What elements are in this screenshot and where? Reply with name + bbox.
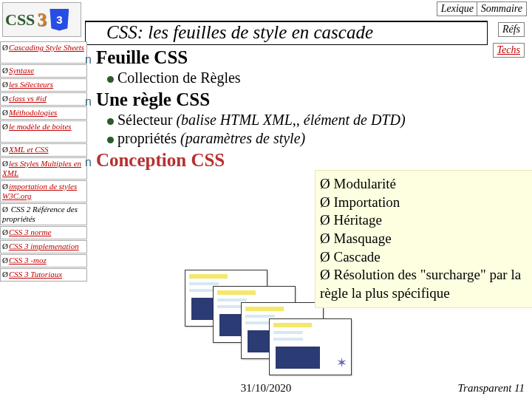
sidebar-item-3[interactable]: class vs #id: [0, 92, 87, 106]
sidebar-item-6[interactable]: XML et CSS: [0, 143, 87, 157]
sidebar-item-11[interactable]: CSS 3 implemenation: [0, 240, 87, 253]
sidebar-item-5[interactable]: le modèle de boites: [0, 120, 87, 143]
sidebar: Cascading Style SheetsSyntaxeles Sélecte…: [0, 41, 87, 282]
footer-date: 31/10/2020: [0, 382, 532, 395]
sidebar-item-10[interactable]: CSS 3 norme: [0, 226, 87, 239]
disc-bullet-icon: [107, 137, 114, 143]
sidebar-item-13[interactable]: CSS 3 Tutoriaux: [0, 268, 87, 282]
logo-year: 3: [37, 9, 47, 31]
item-selecteur: Sélecteur (balise HTML XML,, élément de …: [107, 112, 528, 129]
overlay-line-3: Masquage: [320, 230, 531, 248]
logo: CSS 3 3: [2, 2, 81, 37]
logo-css-text: CSS: [3, 10, 35, 30]
overlay-line-4: Cascade: [320, 248, 531, 267]
page-title: CSS: les feuilles de style en cascade: [85, 21, 488, 45]
refs-button[interactable]: Réfs: [498, 22, 525, 37]
sidebar-item-9[interactable]: CSS 2 Référence des propriétés: [0, 203, 87, 225]
sidebar-item-8[interactable]: importation de styles W3C.org: [0, 180, 87, 202]
disc-bullet-icon: [107, 76, 114, 83]
sidebar-item-4[interactable]: Méthodologies: [0, 106, 87, 120]
heading-regle: nUne règle CSS: [85, 89, 528, 110]
footer-slide-number: Transparent 11: [458, 382, 525, 395]
overlay-line-0: Modularité: [320, 175, 531, 194]
item-collection: Collection de Règles: [107, 69, 528, 86]
sommaire-button[interactable]: Sommaire: [477, 1, 527, 16]
heading-conception: nConception CSS: [85, 150, 528, 171]
heading-feuille: nFeuille CSS: [85, 47, 528, 68]
sidebar-item-2[interactable]: les Sélecteurs: [0, 78, 87, 92]
overlay-line-1: Importation: [320, 194, 531, 212]
bullet-n-icon: n: [85, 95, 92, 108]
item-proprietes: propriétés (paramètres de style): [107, 130, 528, 147]
diagram-card-icon: ✶: [269, 318, 352, 375]
overlay-box: ModularitéImportationHéritageMasquageCas…: [315, 170, 532, 308]
css3-shield-icon: 3: [50, 9, 69, 31]
sidebar-item-12[interactable]: CSS 3 -moz: [0, 254, 87, 267]
sidebar-item-1[interactable]: Syntaxe: [0, 64, 87, 78]
lexique-button[interactable]: Lexique: [437, 1, 478, 16]
sidebar-item-0[interactable]: Cascading Style Sheets: [0, 41, 87, 64]
bullet-n-icon: n: [85, 156, 92, 168]
overlay-line-5: Résolution des "surcharge" par la règle …: [320, 266, 531, 302]
slide-root: CSS 3 3 Lexique Sommaire CSS: les feuill…: [0, 0, 532, 399]
bullet-n-icon: n: [85, 53, 92, 66]
disc-bullet-icon: [107, 118, 114, 125]
overlay-line-2: Héritage: [320, 211, 531, 230]
sidebar-item-7[interactable]: les Styles Multiples en XML: [0, 157, 87, 180]
